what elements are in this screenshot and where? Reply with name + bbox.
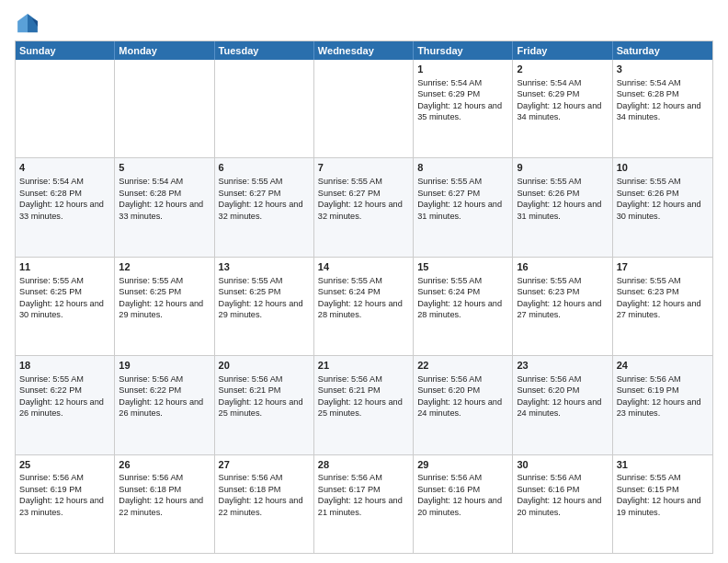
day-info: Sunrise: 5:55 AM [517,276,581,285]
day-info: Sunrise: 5:56 AM [417,374,482,384]
day-info: Sunrise: 5:55 AM [517,177,581,186]
day-info: Sunrise: 5:55 AM [19,374,84,384]
day-info: Daylight: 12 hours and 20 minutes. [417,496,502,516]
day-number: 14 [318,260,409,274]
day-number: 22 [417,359,508,373]
day-info: Sunset: 6:24 PM [318,287,381,296]
day-cell-10: 10Sunrise: 5:55 AMSunset: 6:26 PMDayligh… [613,158,712,256]
day-cell-16: 16Sunrise: 5:55 AMSunset: 6:23 PMDayligh… [513,258,612,355]
day-cell-5: 5Sunrise: 5:54 AMSunset: 6:28 PMDaylight… [115,158,214,256]
day-cell-21: 21Sunrise: 5:56 AMSunset: 6:21 PMDayligh… [314,356,414,454]
day-info: Daylight: 12 hours and 22 minutes. [219,496,303,516]
day-cell-17: 17Sunrise: 5:55 AMSunset: 6:23 PMDayligh… [613,258,712,355]
day-info: Sunrise: 5:55 AM [219,276,283,285]
calendar-body: 1Sunrise: 5:54 AMSunset: 6:29 PMDaylight… [16,60,712,553]
day-info: Daylight: 12 hours and 24 minutes. [417,397,502,418]
day-info: Daylight: 12 hours and 25 minutes. [318,397,403,418]
day-number: 3 [617,63,709,76]
day-info: Sunrise: 5:56 AM [119,473,183,482]
header-day-wednesday: Wednesday [314,41,414,60]
day-info: Sunrise: 5:56 AM [19,473,84,482]
day-info: Sunrise: 5:54 AM [119,177,183,186]
day-info: Sunrise: 5:56 AM [318,374,382,384]
day-number: 2 [517,63,608,76]
day-info: Sunset: 6:26 PM [617,189,679,198]
day-info: Daylight: 12 hours and 30 minutes. [617,200,701,220]
calendar-row-4: 18Sunrise: 5:55 AMSunset: 6:22 PMDayligh… [16,356,712,454]
day-info: Sunset: 6:27 PM [219,189,281,198]
day-info: Sunset: 6:24 PM [417,287,480,296]
day-info: Sunrise: 5:56 AM [617,374,681,384]
day-number: 26 [119,458,210,472]
day-info: Sunrise: 5:55 AM [318,177,382,186]
day-info: Sunset: 6:22 PM [119,385,181,395]
day-info: Sunset: 6:28 PM [617,89,679,98]
day-cell-26: 26Sunrise: 5:56 AMSunset: 6:18 PMDayligh… [115,455,214,553]
header [15,11,713,37]
empty-cell [16,60,115,157]
day-cell-1: 1Sunrise: 5:54 AMSunset: 6:29 PMDaylight… [414,60,513,157]
day-number: 24 [617,359,709,373]
day-info: Daylight: 12 hours and 33 minutes. [19,200,104,220]
day-info: Daylight: 12 hours and 22 minutes. [119,496,203,516]
day-info: Sunrise: 5:55 AM [19,276,84,285]
day-number: 18 [19,359,110,373]
day-cell-13: 13Sunrise: 5:55 AMSunset: 6:25 PMDayligh… [215,258,314,355]
day-info: Daylight: 12 hours and 25 minutes. [219,397,303,418]
day-info: Sunset: 6:23 PM [517,287,579,296]
day-cell-12: 12Sunrise: 5:55 AMSunset: 6:25 PMDayligh… [115,258,214,355]
day-cell-29: 29Sunrise: 5:56 AMSunset: 6:16 PMDayligh… [414,455,513,553]
logo-icon [15,11,40,37]
day-cell-6: 6Sunrise: 5:55 AMSunset: 6:27 PMDaylight… [215,158,314,256]
calendar-row-5: 25Sunrise: 5:56 AMSunset: 6:19 PMDayligh… [16,455,712,553]
day-info: Daylight: 12 hours and 32 minutes. [318,200,403,220]
day-info: Sunrise: 5:56 AM [219,374,283,384]
day-number: 16 [517,260,608,274]
day-info: Daylight: 12 hours and 26 minutes. [119,397,203,418]
day-info: Sunset: 6:17 PM [318,485,381,494]
day-info: Sunrise: 5:55 AM [417,276,482,285]
day-cell-19: 19Sunrise: 5:56 AMSunset: 6:22 PMDayligh… [115,356,214,454]
day-info: Daylight: 12 hours and 29 minutes. [119,299,203,319]
day-info: Daylight: 12 hours and 29 minutes. [219,299,303,319]
day-number: 15 [417,260,508,274]
day-cell-23: 23Sunrise: 5:56 AMSunset: 6:20 PMDayligh… [513,356,612,454]
empty-cell [314,60,414,157]
day-cell-25: 25Sunrise: 5:56 AMSunset: 6:19 PMDayligh… [16,455,115,553]
day-cell-18: 18Sunrise: 5:55 AMSunset: 6:22 PMDayligh… [16,356,115,454]
day-number: 25 [19,458,110,472]
calendar-row-3: 11Sunrise: 5:55 AMSunset: 6:25 PMDayligh… [16,258,712,356]
day-number: 21 [318,359,409,373]
day-info: Sunrise: 5:55 AM [417,177,482,186]
day-number: 10 [617,161,709,175]
svg-marker-1 [17,14,28,32]
day-cell-11: 11Sunrise: 5:55 AMSunset: 6:25 PMDayligh… [16,258,115,355]
day-info: Sunrise: 5:56 AM [119,374,183,384]
day-info: Daylight: 12 hours and 30 minutes. [19,299,104,319]
day-info: Sunset: 6:26 PM [517,189,579,198]
day-info: Sunset: 6:19 PM [617,385,679,395]
day-cell-27: 27Sunrise: 5:56 AMSunset: 6:18 PMDayligh… [215,455,314,553]
day-info: Daylight: 12 hours and 35 minutes. [417,101,502,121]
day-info: Sunset: 6:18 PM [119,485,181,494]
day-cell-7: 7Sunrise: 5:55 AMSunset: 6:27 PMDaylight… [314,158,414,256]
day-number: 23 [517,359,608,373]
day-info: Sunrise: 5:55 AM [617,177,681,186]
day-number: 13 [219,260,310,274]
day-info: Sunset: 6:20 PM [517,385,579,395]
day-info: Daylight: 12 hours and 33 minutes. [119,200,203,220]
day-number: 6 [219,161,310,175]
day-info: Daylight: 12 hours and 21 minutes. [318,496,403,516]
day-number: 9 [517,161,608,175]
day-number: 28 [318,458,409,472]
day-number: 19 [119,359,210,373]
day-info: Sunset: 6:21 PM [219,385,281,395]
day-info: Daylight: 12 hours and 28 minutes. [318,299,403,319]
header-day-tuesday: Tuesday [215,41,314,60]
day-cell-2: 2Sunrise: 5:54 AMSunset: 6:29 PMDaylight… [513,60,612,157]
day-info: Daylight: 12 hours and 32 minutes. [219,200,303,220]
header-day-sunday: Sunday [16,41,115,60]
empty-cell [115,60,214,157]
day-info: Sunrise: 5:54 AM [517,78,581,87]
day-info: Sunset: 6:27 PM [318,189,381,198]
